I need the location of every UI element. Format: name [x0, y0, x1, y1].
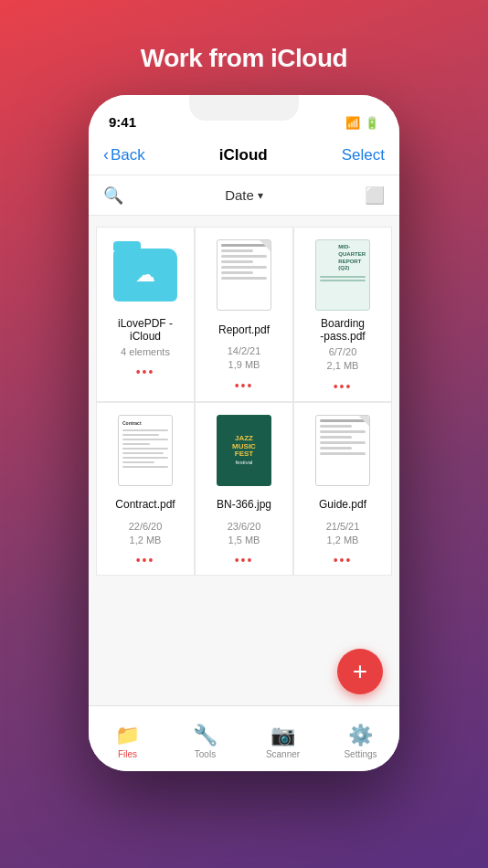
tab-bar: 📁 Files 🔧 Tools 📷 Scanner ⚙️ Settings [89, 705, 399, 771]
status-time: 9:41 [109, 114, 136, 130]
pdf-preview [315, 415, 370, 486]
sort-button[interactable]: Date ▾ [225, 187, 263, 203]
nav-title: iCloud [219, 146, 268, 164]
cloud-icon: ☁ [135, 263, 155, 287]
file-more-button[interactable]: ••• [334, 553, 353, 567]
chevron-down-icon: ▾ [258, 189, 263, 202]
phone-frame: 9:41 📶 🔋 ‹ Back iCloud Select 🔍 Date ▾ ⬜ [89, 95, 399, 771]
page-title: Work from iCloud [141, 44, 347, 73]
file-thumbnail: Contract [113, 414, 177, 487]
wifi-icon: 📶 [345, 116, 360, 130]
settings-icon: ⚙️ [348, 724, 373, 747]
battery-icon: 🔋 [365, 116, 379, 130]
file-more-button[interactable]: ••• [136, 365, 155, 379]
file-thumbnail [212, 238, 276, 312]
contract-preview: Contract [118, 415, 173, 486]
file-name: Report.pdf [218, 317, 270, 343]
tab-settings[interactable]: ⚙️ Settings [322, 706, 399, 771]
add-fab-button[interactable]: + [337, 649, 383, 694]
file-name: Contract.pdf [115, 492, 175, 518]
tab-tools-label: Tools [195, 749, 216, 759]
file-info: 14/2/21 1,9 MB [228, 344, 261, 373]
search-icon[interactable]: 🔍 [103, 185, 123, 206]
back-button[interactable]: ‹ Back [103, 145, 145, 164]
tab-scanner[interactable]: 📷 Scanner [244, 706, 322, 771]
file-name: iLovePDF - iCloud [118, 317, 173, 344]
file-more-button[interactable]: ••• [334, 379, 353, 394]
toolbar: 🔍 Date ▾ ⬜ [89, 175, 399, 216]
file-info: 22/6/20 1,2 MB [129, 520, 163, 548]
jazz-preview: JAZZMUSICFEST festival [217, 415, 271, 486]
folder-icon: ☁ [113, 249, 177, 302]
file-info: 21/5/21 1,2 MB [326, 520, 360, 548]
select-button[interactable]: Select [342, 146, 385, 164]
file-name: Guide.pdf [319, 492, 366, 518]
boarding-preview: MID-QUARTERREPORT(Q2) [315, 239, 370, 311]
file-thumbnail: JAZZMUSICFEST festival [212, 414, 276, 487]
file-thumbnail: MID-QUARTERREPORT(Q2) [311, 238, 375, 312]
tools-icon: 🔧 [193, 724, 217, 747]
chevron-left-icon: ‹ [103, 145, 109, 164]
file-grid-row-1: ☁ iLovePDF - iCloud 4 elements ••• [96, 227, 392, 402]
file-grid: ☁ iLovePDF - iCloud 4 elements ••• [89, 216, 399, 705]
list-item[interactable]: MID-QUARTERREPORT(Q2) Boarding -pass.pdf… [293, 227, 392, 402]
file-more-button[interactable]: ••• [235, 553, 254, 567]
pdf-preview [217, 239, 271, 311]
file-more-button[interactable]: ••• [136, 553, 155, 567]
tab-scanner-label: Scanner [266, 749, 300, 759]
file-thumbnail [311, 414, 375, 487]
plus-icon: + [353, 659, 367, 684]
file-info: 23/6/20 1,5 MB [228, 520, 261, 548]
file-name: Boarding -pass.pdf [320, 317, 365, 344]
file-thumbnail: ☁ [113, 238, 177, 312]
view-toggle-button[interactable]: ⬜ [365, 185, 385, 206]
status-icons: 📶 🔋 [345, 116, 379, 130]
list-item[interactable]: Contract Contract.pdf 22/6/20 [96, 402, 195, 577]
nav-bar: ‹ Back iCloud Select [89, 135, 399, 175]
back-label: Back [111, 146, 145, 164]
files-icon: 📁 [115, 724, 140, 747]
tab-tools[interactable]: 🔧 Tools [166, 706, 244, 771]
scanner-icon: 📷 [271, 724, 295, 747]
tab-settings-label: Settings [344, 749, 377, 759]
list-item[interactable]: Report.pdf 14/2/21 1,9 MB ••• [195, 227, 293, 402]
tab-files-label: Files [118, 749, 137, 759]
list-item[interactable]: Guide.pdf 21/5/21 1,2 MB ••• [293, 402, 392, 577]
file-grid-row-2: Contract Contract.pdf 22/6/20 [96, 402, 392, 577]
file-name: BN-366.jpg [217, 492, 271, 518]
list-item[interactable]: JAZZMUSICFEST festival BN-366.jpg 23/6/2… [195, 402, 293, 577]
file-info: 6/7/20 2,1 MB [327, 345, 359, 374]
phone-notch [189, 95, 299, 121]
sort-label: Date [225, 187, 254, 203]
file-more-button[interactable]: ••• [235, 378, 254, 393]
file-info: 4 elements [121, 345, 170, 359]
list-item[interactable]: ☁ iLovePDF - iCloud 4 elements ••• [96, 227, 195, 402]
tab-files[interactable]: 📁 Files [89, 706, 166, 771]
